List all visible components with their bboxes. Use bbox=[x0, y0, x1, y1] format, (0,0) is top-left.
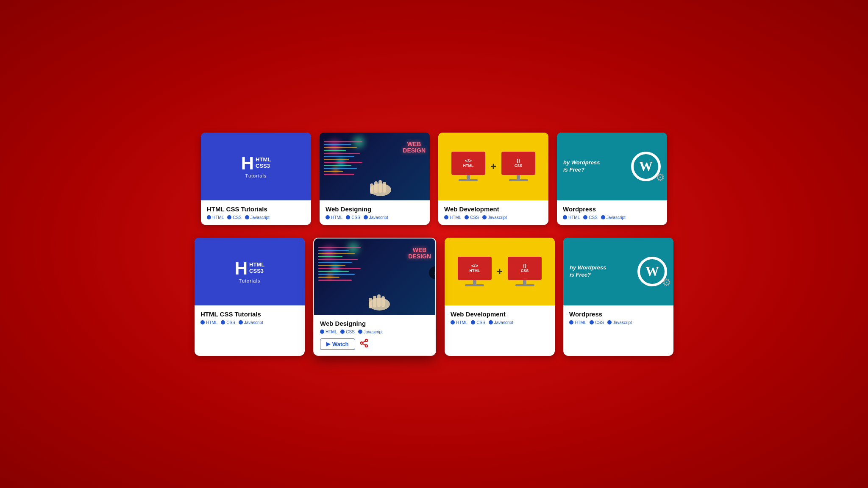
monitor-text-html: </> HTML bbox=[463, 158, 473, 169]
monitor-neck-html bbox=[467, 175, 470, 179]
tag-html-wp2: HTML bbox=[569, 320, 586, 325]
card-tags-web-dev-2: HTML CSS Javascript bbox=[451, 320, 549, 325]
card-wordpress-1[interactable]: hy Wordpress is Free? W ⚙ Wordpress HTML… bbox=[557, 133, 667, 225]
tag-html-hc2: HTML bbox=[200, 320, 217, 325]
tag-css-wd2: CSS bbox=[340, 330, 355, 334]
card-tags-wordpress-1: HTML CSS Javascript bbox=[563, 215, 661, 220]
wp-logo-area-1: W ⚙ bbox=[631, 152, 661, 181]
monitor-base-css-2 bbox=[515, 284, 534, 286]
card-web-development-2[interactable]: </> HTML + {} bbox=[445, 238, 555, 356]
wp-text-2: hy Wordpress is Free? bbox=[570, 264, 612, 279]
monitor-screen-css: {} CSS bbox=[501, 152, 535, 175]
web-design-thumb-2: WEB DESIGN bbox=[314, 238, 435, 315]
monitor-css-2: {} CSS bbox=[508, 257, 542, 286]
monitor-neck-css-2 bbox=[523, 280, 526, 284]
card-thumbnail-web-dev-2: </> HTML + {} bbox=[445, 238, 555, 305]
monitor-base-html-2 bbox=[465, 284, 484, 286]
svg-line-13 bbox=[362, 344, 365, 345]
html-css-logo: H HTML CSS3 Tutorials bbox=[241, 155, 271, 178]
card-body-web-dev-2: Web Development HTML CSS Javascript bbox=[445, 305, 555, 330]
tag-dot-js bbox=[245, 215, 249, 219]
card-tags-html-css-2: HTML CSS Javascript bbox=[200, 320, 299, 325]
wp-thumb-1: hy Wordpress is Free? W ⚙ bbox=[557, 133, 667, 200]
tag-html-wdev1: HTML bbox=[444, 215, 461, 220]
card-body-web-design-1: Web Designing HTML CSS Javascript bbox=[320, 200, 430, 225]
gear-icon-2: ⚙ bbox=[662, 277, 671, 288]
web-design-text-1: WEB DESIGN bbox=[403, 141, 426, 154]
page-container: H HTML CSS3 Tutorials HTML CSS Tutorials… bbox=[180, 133, 688, 356]
monitor-html: </> HTML bbox=[451, 152, 485, 181]
svg-rect-7 bbox=[373, 296, 376, 308]
card-thumbnail-wordpress-2: hy Wordpress is Free? W ⚙ bbox=[563, 238, 673, 305]
card-tags-web-design-1: HTML CSS Javascript bbox=[326, 215, 424, 220]
card-body-wordpress-1: Wordpress HTML CSS Javascript bbox=[557, 200, 667, 225]
tag-css-wdev1: CSS bbox=[465, 215, 479, 220]
monitor-html-2: </> HTML bbox=[458, 257, 492, 286]
share-icon[interactable] bbox=[359, 338, 369, 350]
tag-css: CSS bbox=[227, 215, 242, 220]
tag-css-wp2: CSS bbox=[590, 320, 604, 325]
tag-js-wp1: Javascript bbox=[601, 215, 626, 220]
plus-sign-2: + bbox=[497, 266, 503, 277]
logo-h-letter-2: H bbox=[235, 260, 248, 277]
cards-row-1: H HTML CSS3 Tutorials HTML CSS Tutorials… bbox=[180, 133, 688, 225]
logo-tutorials-text: Tutorials bbox=[245, 173, 267, 178]
card-tags-web-design-2: HTML CSS Javascript bbox=[320, 330, 429, 334]
card-web-designing-1[interactable]: WEB DESIGN Web Designing HTML bbox=[320, 133, 430, 225]
tag-js-wdev1: Javascript bbox=[482, 215, 507, 220]
card-thumbnail-html-css-2: H HTML CSS3 Tutorials bbox=[195, 238, 305, 305]
monitor-text-html-2: </> HTML bbox=[469, 263, 480, 274]
tag-js-wdev2: Javascript bbox=[489, 320, 513, 325]
card-body-html-css-2: HTML CSS Tutorials HTML CSS Javascript bbox=[195, 305, 305, 330]
card-body-web-dev-1: Web Development HTML CSS Javascript bbox=[438, 200, 548, 225]
watch-button[interactable]: ▶ Watch bbox=[320, 338, 355, 350]
watch-label: Watch bbox=[332, 341, 349, 347]
card-title-html-css-1: HTML CSS Tutorials bbox=[207, 205, 305, 213]
hand-svg-1 bbox=[364, 175, 398, 200]
card-web-designing-2-expanded[interactable]: WEB DESIGN › Web Designing bbox=[313, 238, 436, 356]
svg-rect-9 bbox=[381, 296, 385, 307]
svg-rect-6 bbox=[369, 298, 372, 308]
tag-html-wd2: HTML bbox=[320, 330, 337, 334]
card-html-css-tutorials-1[interactable]: H HTML CSS3 Tutorials HTML CSS Tutorials… bbox=[201, 133, 311, 225]
monitor-neck-css bbox=[517, 175, 520, 179]
web-design-thumb-1: WEB DESIGN bbox=[320, 133, 430, 200]
logo-h-letter: H bbox=[241, 155, 254, 172]
svg-rect-4 bbox=[383, 182, 386, 193]
card-web-development-1[interactable]: </> HTML + {} bbox=[438, 133, 548, 225]
tag-dot-css bbox=[227, 215, 231, 219]
wp-w-letter-2: W bbox=[645, 263, 659, 279]
card-thumbnail-web-design-2: WEB DESIGN › bbox=[314, 238, 435, 315]
svg-rect-2 bbox=[374, 181, 378, 193]
wp-text-1: hy Wordpress is Free? bbox=[563, 159, 606, 174]
card-tags-web-dev-1: HTML CSS Javascript bbox=[444, 215, 542, 220]
tag-html-wdev2: HTML bbox=[451, 320, 467, 325]
monitor-base-html bbox=[459, 179, 478, 181]
card-thumbnail-html-css-1: H HTML CSS3 Tutorials bbox=[201, 133, 311, 200]
logo-right-text: HTML CSS3 bbox=[256, 156, 271, 169]
web-design-text-2: WEB DESIGN bbox=[408, 247, 431, 260]
tag-dot-html bbox=[207, 215, 211, 219]
card-html-css-tutorials-2[interactable]: H HTML CSS3 Tutorials HTML CSS Tutorials… bbox=[195, 238, 305, 356]
web-dev-thumb-1: </> HTML + {} bbox=[438, 133, 548, 200]
card-title-web-design-1: Web Designing bbox=[326, 205, 424, 213]
monitor-base-css bbox=[509, 179, 528, 181]
card-wordpress-2[interactable]: hy Wordpress is Free? W ⚙ Wordpress HTML… bbox=[563, 238, 673, 356]
monitor-neck-html-2 bbox=[473, 280, 476, 284]
tag-css-hc2: CSS bbox=[221, 320, 235, 325]
card-thumbnail-wordpress-1: hy Wordpress is Free? W ⚙ bbox=[557, 133, 667, 200]
tag-js-hc2: Javascript bbox=[239, 320, 263, 325]
card-body-html-css-1: HTML CSS Tutorials HTML CSS Javascript bbox=[201, 200, 311, 225]
monitor-screen-html-2: </> HTML bbox=[458, 257, 492, 280]
monitor-screen-html: </> HTML bbox=[451, 152, 485, 175]
expanded-actions: ▶ Watch bbox=[320, 338, 429, 350]
svg-rect-8 bbox=[377, 294, 381, 307]
svg-line-14 bbox=[362, 341, 365, 342]
tag-css-wdev2: CSS bbox=[471, 320, 485, 325]
tag-js-wd1: Javascript bbox=[364, 215, 388, 220]
svg-rect-3 bbox=[378, 180, 382, 193]
card-tags-wordpress-2: HTML CSS Javascript bbox=[569, 320, 668, 325]
card-title-wordpress-2: Wordpress bbox=[569, 311, 668, 318]
monitor-css: {} CSS bbox=[501, 152, 535, 181]
card-thumbnail-web-dev-1: </> HTML + {} bbox=[438, 133, 548, 200]
